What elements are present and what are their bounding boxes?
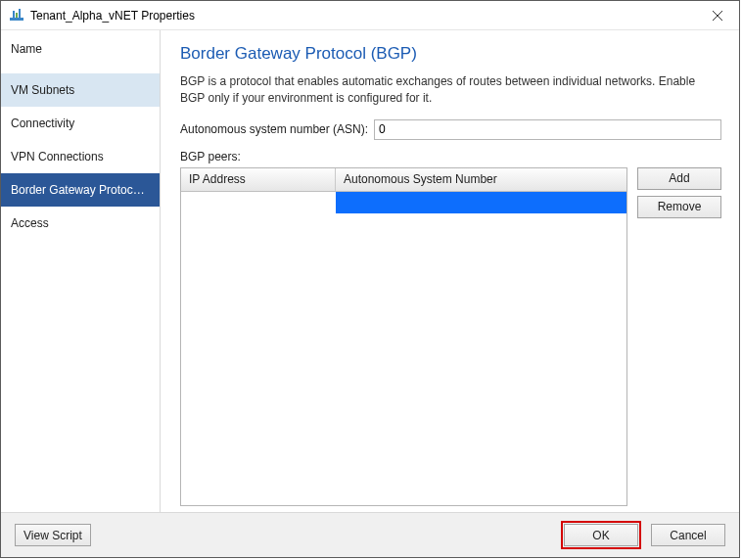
grid-header: IP Address Autonomous System Number	[181, 168, 626, 192]
dialog-footer: View Script OK Cancel	[1, 512, 739, 557]
ok-button[interactable]: OK	[564, 524, 638, 546]
grid-body	[181, 192, 626, 505]
cancel-button[interactable]: Cancel	[651, 524, 725, 546]
svg-rect-3	[19, 9, 21, 18]
sidebar-header: Name	[1, 34, 160, 73]
close-icon	[713, 11, 722, 21]
sidebar-item-connectivity[interactable]: Connectivity	[1, 107, 160, 140]
asn-input[interactable]	[374, 119, 721, 140]
sidebar-item-access[interactable]: Access	[1, 207, 160, 240]
column-asn[interactable]: Autonomous System Number	[336, 168, 626, 191]
add-button[interactable]: Add	[637, 167, 721, 190]
sidebar-item-vm-subnets[interactable]: VM Subnets	[1, 73, 160, 107]
svg-rect-0	[10, 18, 23, 21]
close-button[interactable]	[695, 1, 739, 30]
remove-button[interactable]: Remove	[637, 196, 721, 218]
asn-field-row: Autonomous system number (ASN):	[180, 119, 721, 140]
ip-address-cell-input[interactable]	[181, 192, 336, 213]
properties-dialog: Tenant_Alpha_vNET Properties Name VM Sub…	[0, 0, 740, 558]
svg-rect-2	[16, 13, 18, 18]
sidebar-item-bgp[interactable]: Border Gateway Protocol...	[1, 173, 160, 207]
window-title: Tenant_Alpha_vNET Properties	[30, 9, 195, 23]
page-title: Border Gateway Protocol (BGP)	[180, 44, 721, 64]
view-script-button[interactable]: View Script	[15, 524, 91, 546]
sidebar: Name VM Subnets Connectivity VPN Connect…	[1, 30, 161, 512]
sidebar-item-vpn-connections[interactable]: VPN Connections	[1, 140, 160, 173]
asn-cell[interactable]	[336, 192, 626, 213]
bgp-peers-label: BGP peers:	[180, 150, 721, 163]
svg-rect-1	[13, 11, 15, 18]
ok-highlight-box: OK	[561, 521, 641, 549]
page-description: BGP is a protocol that enables automatic…	[180, 73, 721, 108]
table-row[interactable]	[181, 192, 626, 213]
titlebar: Tenant_Alpha_vNET Properties	[1, 1, 739, 30]
app-icon	[9, 8, 24, 23]
column-ip-address[interactable]: IP Address	[181, 168, 336, 191]
bgp-peers-grid[interactable]: IP Address Autonomous System Number	[180, 167, 627, 506]
asn-label: Autonomous system number (ASN):	[180, 122, 368, 136]
main-panel: Border Gateway Protocol (BGP) BGP is a p…	[161, 30, 739, 512]
